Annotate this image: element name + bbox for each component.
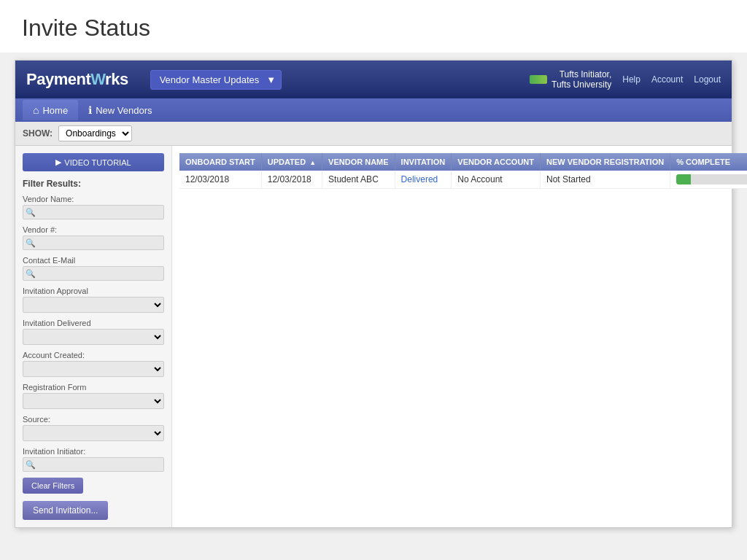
filter-vendor-num: Vendor #: 🔍 <box>23 225 164 250</box>
sort-icon: ▲ <box>309 159 316 166</box>
source-select[interactable] <box>23 425 164 441</box>
filter-invitation-initiator: Invitation Initiator: 🔍 <box>23 447 164 472</box>
video-tutorial-label: VIDEO TUTORIAL <box>64 158 131 167</box>
vendor-account-cell: No Account <box>452 171 541 189</box>
show-select[interactable]: Onboardings <box>58 125 132 141</box>
new-vendor-reg-cell: Not Started <box>541 171 670 189</box>
video-icon: ▶ <box>55 158 61 167</box>
filter-registration-form: Registration Form <box>23 383 164 409</box>
onboardings-table: ONBOARD START UPDATED ▲ VENDOR NAME INVI… <box>179 153 747 189</box>
progress-bar-container <box>676 174 747 184</box>
logo-rks: rks <box>105 70 128 88</box>
col-onboard-start: ONBOARD START <box>179 153 261 171</box>
filter-registration-form-label: Registration Form <box>23 383 164 392</box>
filter-vendor-num-wrapper: 🔍 <box>23 236 164 250</box>
filter-vendor-name: Vendor Name: 🔍 <box>23 195 164 219</box>
table-body: 12/03/201812/03/2018Student ABCDelivered… <box>179 171 747 189</box>
filter-account-created-label: Account Created: <box>23 351 164 359</box>
vendor-num-search-icon: 🔍 <box>26 238 36 248</box>
filter-vendor-name-label: Vendor Name: <box>23 195 164 203</box>
vendor-num-input[interactable] <box>23 236 164 250</box>
filter-contact-email: Contact E-Mail 🔍 <box>23 256 164 281</box>
account-link[interactable]: Account <box>651 74 683 85</box>
filter-contact-email-wrapper: 🔍 <box>23 266 164 281</box>
home-icon: ⌂ <box>33 104 39 116</box>
user-status-icon <box>530 75 547 84</box>
table-header-row: ONBOARD START UPDATED ▲ VENDOR NAME INVI… <box>179 153 747 171</box>
logo-w: W <box>90 70 105 88</box>
nav-item-home[interactable]: ⌂ Home <box>23 100 78 120</box>
filter-invitation-approval-label: Invitation Approval <box>23 287 164 295</box>
sub-nav: ⌂ Home ℹ New Vendors <box>15 98 732 122</box>
nav-new-vendors-label: New Vendors <box>96 105 152 116</box>
col-new-vendor-reg: NEW VENDOR REGISTRATION <box>541 153 670 171</box>
toolbar: SHOW: Onboardings <box>15 122 732 146</box>
user-info: Tufts Initiator, Tufts University <box>530 69 611 90</box>
invitation-cell[interactable]: Delivered <box>395 171 452 189</box>
dropdown-label: Vendor Master Updates <box>160 74 260 85</box>
col-updated[interactable]: UPDATED ▲ <box>261 153 322 171</box>
filter-vendor-num-label: Vendor #: <box>23 225 164 234</box>
contact-email-input[interactable] <box>23 266 164 281</box>
logo-text: PaymentWrks <box>26 70 128 89</box>
page-title: Invite Status <box>0 0 747 52</box>
video-tutorial-button[interactable]: ▶ VIDEO TUTORIAL <box>23 153 164 171</box>
filter-source-label: Source: <box>23 415 164 424</box>
vendor-name-cell: Student ABC <box>322 171 395 189</box>
user-details: Tufts Initiator, Tufts University <box>551 69 611 90</box>
main-content: ▶ VIDEO TUTORIAL Filter Results: Vendor … <box>15 146 747 527</box>
user-name: Tufts Initiator, <box>551 69 611 79</box>
contact-email-search-icon: 🔍 <box>26 269 36 279</box>
registration-form-select[interactable] <box>23 393 164 409</box>
invitation-initiator-search-icon: 🔍 <box>26 460 36 470</box>
filter-account-created: Account Created: <box>23 351 164 377</box>
col-vendor-name: VENDOR NAME <box>322 153 395 171</box>
info-icon: ℹ <box>88 104 92 116</box>
filter-invitation-initiator-wrapper: 🔍 <box>23 457 164 472</box>
logo: PaymentWrks <box>26 70 128 89</box>
filter-results-title: Filter Results: <box>23 179 164 189</box>
filter-invitation-delivered: Invitation Delivered <box>23 319 164 345</box>
invitation-initiator-input[interactable] <box>23 457 164 472</box>
pct-complete-cell <box>670 171 747 189</box>
app-content-wrapper: ▶ VIDEO TUTORIAL Filter Results: Vendor … <box>15 146 732 527</box>
nav-home-label: Home <box>42 105 68 116</box>
invitation-link[interactable]: Delivered <box>401 174 438 184</box>
col-vendor-account: VENDOR ACCOUNT <box>452 153 541 171</box>
onboard-start-cell: 12/03/2018 <box>179 171 261 189</box>
logout-link[interactable]: Logout <box>694 74 721 85</box>
filter-invitation-delivered-label: Invitation Delivered <box>23 319 164 327</box>
col-invitation: INVITATION <box>395 153 452 171</box>
nav-item-new-vendors[interactable]: ℹ New Vendors <box>78 100 162 120</box>
app-inner: ▶ VIDEO TUTORIAL Filter Results: Vendor … <box>15 146 747 527</box>
filter-invitation-initiator-label: Invitation Initiator: <box>23 447 164 456</box>
invitation-delivered-select[interactable] <box>23 329 164 345</box>
send-invitation-button[interactable]: Send Invitation... <box>23 501 108 520</box>
user-org: Tufts University <box>551 79 611 90</box>
progress-bar-fill <box>676 174 691 184</box>
clear-filters-button[interactable]: Clear Filters <box>23 478 83 494</box>
updated-cell: 12/03/2018 <box>261 171 322 189</box>
sidebar: ▶ VIDEO TUTORIAL Filter Results: Vendor … <box>15 146 172 527</box>
app-container: PaymentWrks Vendor Master Updates ▼ Tuft… <box>15 60 732 528</box>
filter-source: Source: <box>23 415 164 441</box>
dropdown-button[interactable]: Vendor Master Updates <box>150 70 282 90</box>
table-area: ONBOARD START UPDATED ▲ VENDOR NAME INVI… <box>172 146 747 527</box>
app-header: PaymentWrks Vendor Master Updates ▼ Tuft… <box>15 61 732 98</box>
table-header: ONBOARD START UPDATED ▲ VENDOR NAME INVI… <box>179 153 747 171</box>
account-created-select[interactable] <box>23 361 164 377</box>
vendor-master-dropdown[interactable]: Vendor Master Updates ▼ <box>150 70 282 90</box>
help-link[interactable]: Help <box>622 74 640 85</box>
show-label: SHOW: <box>23 128 53 139</box>
filter-vendor-name-wrapper: 🔍 <box>23 205 164 219</box>
vendor-name-input[interactable] <box>23 205 164 219</box>
invitation-approval-select[interactable] <box>23 297 164 313</box>
table-row[interactable]: 12/03/201812/03/2018Student ABCDelivered… <box>179 171 747 189</box>
logo-payment: Payment <box>26 70 90 88</box>
filter-contact-email-label: Contact E-Mail <box>23 256 164 265</box>
header-right: Tufts Initiator, Tufts University Help A… <box>530 69 721 90</box>
col-pct-complete: % COMPLETE <box>670 153 747 171</box>
filter-invitation-approval: Invitation Approval <box>23 287 164 313</box>
vendor-name-search-icon: 🔍 <box>26 208 36 217</box>
